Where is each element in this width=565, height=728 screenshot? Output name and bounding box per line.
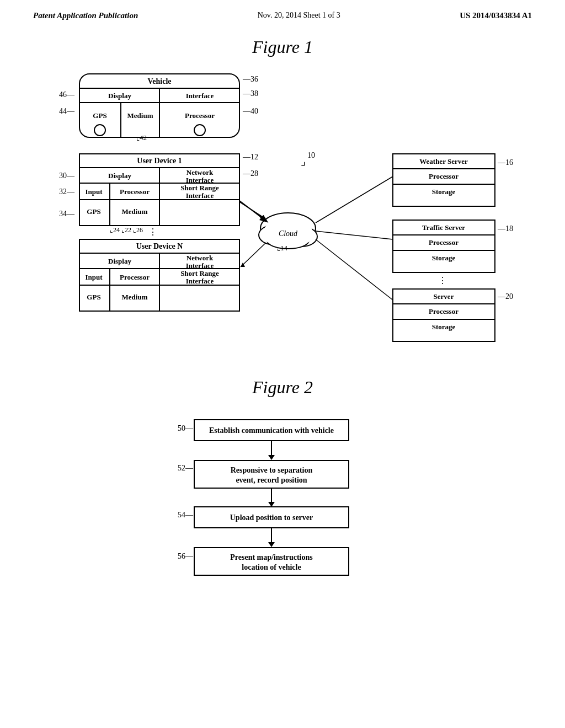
svg-text:Interface: Interface <box>186 176 214 184</box>
svg-line-85 <box>316 176 393 223</box>
svg-line-87 <box>316 239 393 300</box>
svg-text:Medium: Medium <box>122 207 148 216</box>
svg-point-74 <box>264 229 288 244</box>
svg-text:Display: Display <box>108 172 131 180</box>
svg-text:Input: Input <box>85 188 103 196</box>
header-center: Nov. 20, 2014 Sheet 1 of 3 <box>258 11 340 20</box>
svg-text:Network: Network <box>186 168 214 176</box>
svg-point-71 <box>286 227 317 247</box>
svg-text:Responsive to separation: Responsive to separation <box>231 466 313 474</box>
svg-text:54—: 54— <box>178 511 194 519</box>
svg-text:⌞24  ⌞22  ⌞26: ⌞24 ⌞22 ⌞26 <box>110 226 143 234</box>
svg-text:Processor: Processor <box>429 238 459 247</box>
svg-point-69 <box>260 213 316 244</box>
svg-text:—38: —38 <box>242 89 258 98</box>
svg-point-70 <box>259 225 290 245</box>
svg-text:—20: —20 <box>497 292 513 301</box>
svg-text:Processor: Processor <box>120 273 150 281</box>
svg-text:Upload position to server: Upload position to server <box>230 513 313 522</box>
svg-text:Interface: Interface <box>186 277 214 285</box>
svg-point-73 <box>264 219 312 243</box>
svg-text:GPS: GPS <box>87 293 100 301</box>
figure1-diagram: Vehicle Display Interface GPS Medium Pro… <box>45 68 520 355</box>
svg-text:Processor: Processor <box>429 307 459 315</box>
svg-text:56—: 56— <box>178 552 194 560</box>
svg-text:Display: Display <box>108 92 131 100</box>
svg-text:⌞42: ⌞42 <box>136 133 147 142</box>
svg-marker-120 <box>268 502 275 507</box>
svg-text:Vehicle: Vehicle <box>147 77 171 85</box>
svg-text:Storage: Storage <box>432 254 456 262</box>
svg-text:30—: 30— <box>59 172 75 180</box>
svg-text:Display: Display <box>108 257 131 265</box>
svg-text:⋮: ⋮ <box>438 276 447 285</box>
svg-rect-103 <box>393 289 495 341</box>
svg-text:⋮: ⋮ <box>148 227 157 237</box>
svg-marker-114 <box>268 455 275 460</box>
svg-text:32—: 32— <box>59 188 75 196</box>
svg-text:event, record position: event, record position <box>236 476 307 484</box>
svg-text:Weather Server: Weather Server <box>419 157 468 165</box>
figure1-title: Figure 1 <box>33 37 532 57</box>
svg-text:—16: —16 <box>497 158 513 167</box>
svg-text:10: 10 <box>307 151 315 159</box>
svg-text:—18: —18 <box>497 224 513 233</box>
svg-text:—12: —12 <box>242 153 258 161</box>
svg-marker-84 <box>241 263 245 267</box>
svg-text:Interface: Interface <box>186 92 214 100</box>
svg-text:Short Range: Short Range <box>180 269 219 277</box>
svg-text:34—: 34— <box>59 210 75 218</box>
svg-text:—28: —28 <box>242 169 258 178</box>
svg-text:Present map/instructions: Present map/instructions <box>230 553 313 561</box>
svg-line-86 <box>316 231 393 239</box>
svg-text:User Device N: User Device N <box>136 242 183 250</box>
svg-text:50—: 50— <box>178 424 194 432</box>
svg-text:Processor: Processor <box>429 172 459 180</box>
svg-rect-95 <box>393 220 495 272</box>
svg-text:Interface: Interface <box>186 261 214 270</box>
header-right: US 2014/0343834 A1 <box>460 11 532 20</box>
svg-text:location of vehicle: location of vehicle <box>242 563 301 571</box>
svg-text:⌟: ⌟ <box>301 155 306 167</box>
svg-point-75 <box>288 229 312 244</box>
page: Patent Application Publication Nov. 20, … <box>0 0 565 728</box>
svg-text:52—: 52— <box>178 464 194 472</box>
svg-point-13 <box>194 125 205 136</box>
svg-text:GPS: GPS <box>93 111 106 120</box>
svg-text:Short Range: Short Range <box>180 184 219 192</box>
svg-rect-0 <box>79 74 239 137</box>
svg-marker-125 <box>268 542 275 547</box>
svg-point-12 <box>94 125 105 136</box>
svg-point-72 <box>267 232 309 249</box>
svg-text:Storage: Storage <box>432 188 456 196</box>
svg-line-83 <box>241 243 266 267</box>
svg-text:User Device 1: User Device 1 <box>137 157 182 165</box>
svg-text:Interface: Interface <box>186 191 214 200</box>
svg-rect-22 <box>79 154 239 226</box>
svg-line-78 <box>239 201 265 220</box>
svg-text:Storage: Storage <box>432 323 456 331</box>
figure2-container: 50— Establish communication with vehicle… <box>145 409 420 648</box>
header: Patent Application Publication Nov. 20, … <box>33 11 532 26</box>
svg-text:Server: Server <box>434 292 454 301</box>
svg-text:Cloud: Cloud <box>279 229 298 238</box>
svg-text:Input: Input <box>85 273 103 281</box>
svg-line-81 <box>239 202 263 217</box>
figure2-svg: 50— Establish communication with vehicle… <box>145 414 398 646</box>
svg-text:Traffic Server: Traffic Server <box>422 223 465 232</box>
svg-rect-48 <box>79 239 239 311</box>
header-left: Patent Application Publication <box>33 11 138 20</box>
svg-text:44—: 44— <box>59 107 75 115</box>
svg-text:—36: —36 <box>242 75 258 83</box>
svg-marker-82 <box>259 214 263 218</box>
figure1-svg: Vehicle Display Interface GPS Medium Pro… <box>45 68 520 355</box>
svg-text:Processor: Processor <box>185 111 215 120</box>
svg-text:Establish communication with v: Establish communication with vehicle <box>209 426 334 435</box>
svg-text:Processor: Processor <box>120 188 150 196</box>
svg-text:—40: —40 <box>242 107 258 115</box>
svg-text:Medium: Medium <box>127 111 153 120</box>
svg-text:Network: Network <box>186 254 214 262</box>
figure2-title: Figure 2 <box>33 377 532 398</box>
svg-text:Medium: Medium <box>122 293 148 301</box>
svg-text:46—: 46— <box>59 90 75 99</box>
